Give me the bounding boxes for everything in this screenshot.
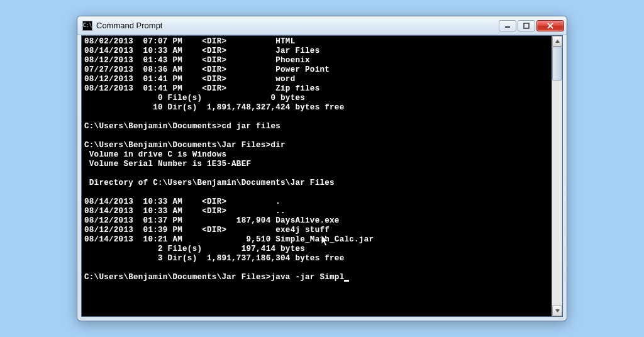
maximize-icon [523, 23, 530, 29]
scroll-up-button[interactable] [552, 36, 562, 47]
titlebar[interactable]: C:\ Command Prompt [77, 16, 567, 35]
close-icon [547, 23, 554, 29]
vertical-scrollbar[interactable] [552, 36, 562, 316]
scrollbar-thumb[interactable] [552, 47, 562, 80]
window-title: Command Prompt [96, 21, 499, 30]
client-area: 08/02/2013 07:07 PM <DIR> HTML 08/14/201… [81, 35, 563, 317]
window-controls [499, 20, 564, 31]
app-icon: C:\ [82, 21, 92, 31]
svg-rect-0 [505, 26, 510, 28]
svg-rect-1 [524, 23, 529, 28]
terminal-output[interactable]: 08/02/2013 07:07 PM <DIR> HTML 08/14/201… [82, 36, 552, 316]
minimize-icon [504, 23, 511, 29]
maximize-button[interactable] [518, 20, 535, 31]
close-button[interactable] [536, 20, 564, 31]
command-prompt-window: C:\ Command Prompt 08/02/2013 07:07 PM <… [77, 16, 567, 321]
chevron-up-icon [555, 38, 560, 44]
scroll-down-button[interactable] [552, 306, 562, 316]
minimize-button[interactable] [499, 20, 516, 31]
text-cursor [344, 280, 349, 282]
chevron-down-icon [555, 308, 560, 314]
scrollbar-track[interactable] [552, 47, 562, 306]
